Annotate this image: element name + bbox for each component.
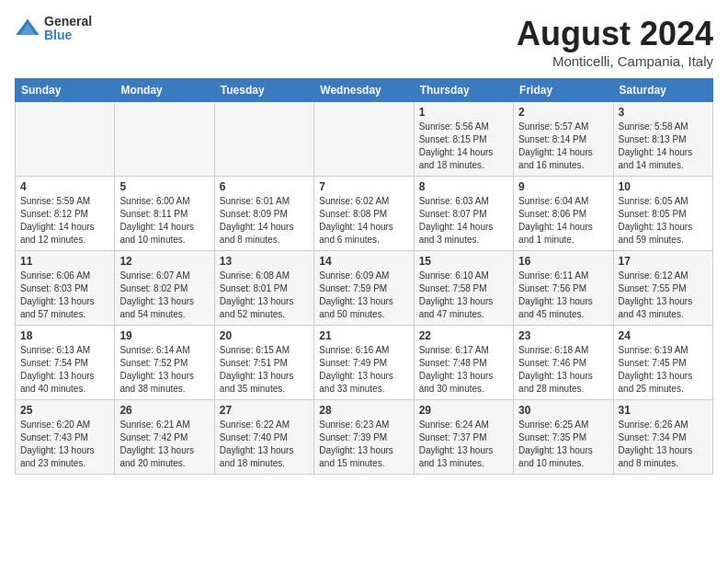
calendar-cell: [16, 102, 115, 177]
calendar-cell: 17Sunrise: 6:12 AMSunset: 7:55 PMDayligh…: [613, 251, 712, 326]
header-day-monday: Monday: [115, 79, 214, 102]
day-number: 28: [319, 404, 408, 417]
day-number: 9: [518, 180, 608, 193]
calendar-cell: 5Sunrise: 6:00 AMSunset: 8:11 PMDaylight…: [115, 177, 214, 251]
day-info: Sunrise: 6:17 AMSunset: 7:48 PMDaylight:…: [419, 344, 508, 396]
day-info: Sunrise: 6:25 AMSunset: 7:35 PMDaylight:…: [518, 419, 608, 470]
day-number: 30: [518, 404, 608, 417]
calendar-week-4: 25Sunrise: 6:20 AMSunset: 7:43 PMDayligh…: [16, 400, 713, 475]
day-number: 22: [419, 329, 508, 342]
logo-general-text: General: [44, 15, 92, 29]
main-title: August 2024: [517, 15, 713, 53]
calendar-cell: 9Sunrise: 6:04 AMSunset: 8:06 PMDaylight…: [514, 177, 613, 251]
day-number: 20: [220, 329, 309, 342]
calendar-body: 1Sunrise: 5:56 AMSunset: 8:15 PMDaylight…: [16, 102, 713, 475]
calendar-cell: 6Sunrise: 6:01 AMSunset: 8:09 PMDaylight…: [214, 177, 313, 251]
calendar-cell: 26Sunrise: 6:21 AMSunset: 7:42 PMDayligh…: [115, 400, 214, 475]
day-number: 27: [220, 404, 309, 417]
logo: General Blue: [15, 15, 92, 43]
day-number: 13: [220, 255, 309, 268]
header-day-sunday: Sunday: [16, 79, 115, 102]
day-number: 14: [319, 255, 408, 268]
day-info: Sunrise: 6:05 AMSunset: 8:05 PMDaylight:…: [619, 195, 708, 247]
day-number: 23: [518, 329, 608, 342]
day-info: Sunrise: 6:03 AMSunset: 8:07 PMDaylight:…: [419, 195, 508, 247]
day-info: Sunrise: 6:16 AMSunset: 7:49 PMDaylight:…: [319, 344, 408, 396]
day-number: 2: [518, 106, 608, 119]
day-info: Sunrise: 6:23 AMSunset: 7:39 PMDaylight:…: [319, 419, 408, 470]
day-info: Sunrise: 6:20 AMSunset: 7:43 PMDaylight:…: [20, 419, 109, 470]
day-info: Sunrise: 6:08 AMSunset: 8:01 PMDaylight:…: [220, 270, 309, 321]
calendar-cell: 27Sunrise: 6:22 AMSunset: 7:40 PMDayligh…: [214, 400, 313, 475]
day-info: Sunrise: 5:56 AMSunset: 8:15 PMDaylight:…: [419, 121, 508, 172]
day-info: Sunrise: 5:59 AMSunset: 8:12 PMDaylight:…: [20, 195, 109, 247]
day-info: Sunrise: 6:04 AMSunset: 8:06 PMDaylight:…: [518, 195, 608, 247]
header: General Blue August 2024 Monticelli, Cam…: [15, 15, 713, 69]
calendar-cell: 12Sunrise: 6:07 AMSunset: 8:02 PMDayligh…: [115, 251, 214, 326]
day-info: Sunrise: 6:10 AMSunset: 7:58 PMDaylight:…: [419, 270, 508, 321]
calendar-cell: 25Sunrise: 6:20 AMSunset: 7:43 PMDayligh…: [16, 400, 115, 475]
day-number: 25: [20, 404, 109, 417]
day-info: Sunrise: 5:57 AMSunset: 8:14 PMDaylight:…: [518, 121, 608, 172]
calendar-cell: 1Sunrise: 5:56 AMSunset: 8:15 PMDaylight…: [414, 102, 513, 177]
calendar-cell: 19Sunrise: 6:14 AMSunset: 7:52 PMDayligh…: [115, 326, 214, 400]
calendar-cell: 21Sunrise: 6:16 AMSunset: 7:49 PMDayligh…: [314, 326, 414, 400]
calendar-week-0: 1Sunrise: 5:56 AMSunset: 8:15 PMDaylight…: [16, 102, 713, 177]
calendar-cell: 24Sunrise: 6:19 AMSunset: 7:45 PMDayligh…: [613, 326, 712, 400]
day-number: 18: [20, 329, 109, 342]
header-day-tuesday: Tuesday: [214, 79, 313, 102]
logo-blue-text: Blue: [44, 29, 92, 42]
day-info: Sunrise: 6:06 AMSunset: 8:03 PMDaylight:…: [20, 270, 109, 321]
calendar-cell: 13Sunrise: 6:08 AMSunset: 8:01 PMDayligh…: [214, 251, 313, 326]
day-info: Sunrise: 6:19 AMSunset: 7:45 PMDaylight:…: [619, 344, 708, 396]
header-row: SundayMondayTuesdayWednesdayThursdayFrid…: [16, 79, 713, 102]
logo-icon: [15, 16, 40, 41]
day-info: Sunrise: 6:00 AMSunset: 8:11 PMDaylight:…: [119, 195, 209, 247]
day-info: Sunrise: 6:26 AMSunset: 7:34 PMDaylight:…: [619, 419, 708, 470]
calendar-cell: [214, 102, 313, 177]
header-day-friday: Friday: [514, 79, 613, 102]
header-day-saturday: Saturday: [613, 79, 712, 102]
day-number: 21: [319, 329, 408, 342]
calendar-cell: 30Sunrise: 6:25 AMSunset: 7:35 PMDayligh…: [514, 400, 613, 475]
calendar: SundayMondayTuesdayWednesdayThursdayFrid…: [15, 78, 713, 475]
day-info: Sunrise: 6:09 AMSunset: 7:59 PMDaylight:…: [319, 270, 408, 321]
day-info: Sunrise: 6:01 AMSunset: 8:09 PMDaylight:…: [220, 195, 309, 247]
calendar-cell: 22Sunrise: 6:17 AMSunset: 7:48 PMDayligh…: [414, 326, 513, 400]
subtitle: Monticelli, Campania, Italy: [517, 53, 713, 69]
day-number: 15: [419, 255, 508, 268]
day-info: Sunrise: 6:14 AMSunset: 7:52 PMDaylight:…: [119, 344, 209, 396]
day-number: 26: [119, 404, 209, 417]
calendar-cell: 4Sunrise: 5:59 AMSunset: 8:12 PMDaylight…: [16, 177, 115, 251]
day-number: 16: [518, 255, 608, 268]
day-info: Sunrise: 6:21 AMSunset: 7:42 PMDaylight:…: [119, 419, 209, 470]
day-number: 1: [419, 106, 508, 119]
day-info: Sunrise: 5:58 AMSunset: 8:13 PMDaylight:…: [619, 121, 708, 172]
day-number: 3: [619, 106, 708, 119]
day-info: Sunrise: 6:22 AMSunset: 7:40 PMDaylight:…: [220, 419, 309, 470]
calendar-cell: 10Sunrise: 6:05 AMSunset: 8:05 PMDayligh…: [613, 177, 712, 251]
title-area: August 2024 Monticelli, Campania, Italy: [517, 15, 713, 69]
day-info: Sunrise: 6:11 AMSunset: 7:56 PMDaylight:…: [518, 270, 608, 321]
header-day-wednesday: Wednesday: [314, 79, 414, 102]
day-info: Sunrise: 6:13 AMSunset: 7:54 PMDaylight:…: [20, 344, 109, 396]
day-number: 7: [319, 180, 408, 193]
day-number: 8: [419, 180, 508, 193]
calendar-cell: [115, 102, 214, 177]
day-number: 10: [619, 180, 708, 193]
calendar-cell: 2Sunrise: 5:57 AMSunset: 8:14 PMDaylight…: [514, 102, 613, 177]
calendar-week-2: 11Sunrise: 6:06 AMSunset: 8:03 PMDayligh…: [16, 251, 713, 326]
day-number: 29: [419, 404, 508, 417]
day-info: Sunrise: 6:18 AMSunset: 7:46 PMDaylight:…: [518, 344, 608, 396]
day-number: 6: [220, 180, 309, 193]
day-number: 11: [20, 255, 109, 268]
logo-text: General Blue: [44, 15, 92, 43]
header-day-thursday: Thursday: [414, 79, 513, 102]
calendar-cell: 29Sunrise: 6:24 AMSunset: 7:37 PMDayligh…: [414, 400, 513, 475]
calendar-week-3: 18Sunrise: 6:13 AMSunset: 7:54 PMDayligh…: [16, 326, 713, 400]
day-info: Sunrise: 6:02 AMSunset: 8:08 PMDaylight:…: [319, 195, 408, 247]
day-number: 12: [119, 255, 209, 268]
day-number: 31: [619, 404, 708, 417]
calendar-cell: 8Sunrise: 6:03 AMSunset: 8:07 PMDaylight…: [414, 177, 513, 251]
calendar-cell: 16Sunrise: 6:11 AMSunset: 7:56 PMDayligh…: [514, 251, 613, 326]
